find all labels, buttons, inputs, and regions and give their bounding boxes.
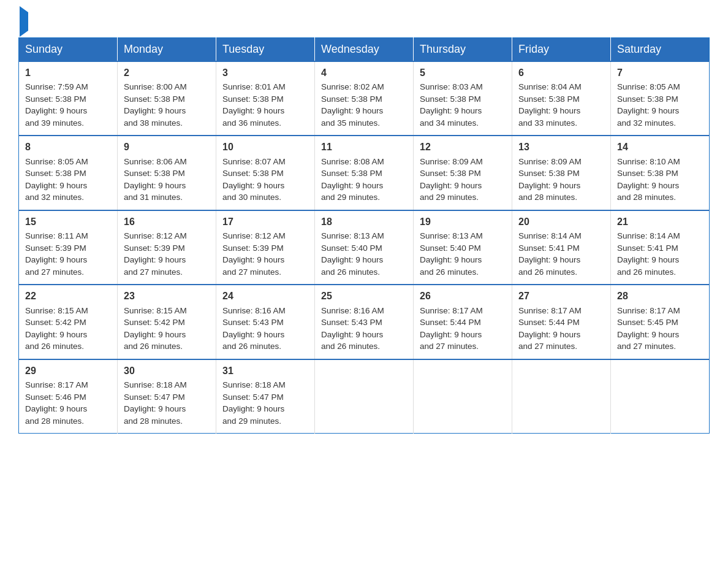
- calendar-day-cell: 28Sunrise: 8:17 AMSunset: 5:45 PMDayligh…: [611, 285, 710, 359]
- day-number: 16: [124, 215, 210, 229]
- day-info: Sunrise: 8:15 AMSunset: 5:42 PMDaylight:…: [124, 306, 187, 351]
- day-info: Sunrise: 8:06 AMSunset: 5:38 PMDaylight:…: [124, 157, 187, 202]
- calendar-day-cell: 21Sunrise: 8:14 AMSunset: 5:41 PMDayligh…: [611, 210, 710, 285]
- day-number: 2: [124, 66, 210, 80]
- calendar-day-cell: 3Sunrise: 8:01 AMSunset: 5:38 PMDaylight…: [216, 61, 315, 136]
- calendar-day-cell: 19Sunrise: 8:13 AMSunset: 5:40 PMDayligh…: [414, 210, 512, 285]
- day-number: 28: [617, 289, 703, 303]
- day-number: 30: [124, 364, 210, 378]
- calendar-day-cell: 30Sunrise: 8:18 AMSunset: 5:47 PMDayligh…: [118, 359, 216, 434]
- day-info: Sunrise: 8:07 AMSunset: 5:38 PMDaylight:…: [222, 157, 286, 202]
- weekday-header-wednesday: Wednesday: [315, 38, 414, 62]
- day-info: Sunrise: 8:16 AMSunset: 5:43 PMDaylight:…: [222, 306, 286, 351]
- day-info: Sunrise: 8:00 AMSunset: 5:38 PMDaylight:…: [124, 82, 187, 128]
- day-number: 29: [25, 364, 111, 378]
- day-info: Sunrise: 8:17 AMSunset: 5:45 PMDaylight:…: [617, 306, 680, 351]
- weekday-header-tuesday: Tuesday: [216, 38, 315, 62]
- calendar-day-cell: 29Sunrise: 8:17 AMSunset: 5:46 PMDayligh…: [19, 359, 118, 434]
- day-number: 15: [25, 215, 111, 229]
- logo-area: [18, 12, 28, 31]
- day-number: 31: [222, 364, 308, 378]
- day-info: Sunrise: 8:05 AMSunset: 5:38 PMDaylight:…: [617, 82, 680, 128]
- calendar-day-cell: 27Sunrise: 8:17 AMSunset: 5:44 PMDayligh…: [512, 285, 611, 359]
- page-header: [18, 12, 710, 31]
- day-number: 8: [25, 140, 111, 154]
- day-number: 18: [321, 215, 407, 229]
- calendar-day-cell: 12Sunrise: 8:09 AMSunset: 5:38 PMDayligh…: [414, 136, 512, 210]
- logo: [18, 12, 28, 31]
- calendar-day-cell: 9Sunrise: 8:06 AMSunset: 5:38 PMDaylight…: [118, 136, 216, 210]
- calendar-day-cell: 5Sunrise: 8:03 AMSunset: 5:38 PMDaylight…: [414, 61, 512, 136]
- calendar-day-cell: 1Sunrise: 7:59 AMSunset: 5:38 PMDaylight…: [19, 61, 118, 136]
- calendar-day-cell: 13Sunrise: 8:09 AMSunset: 5:38 PMDayligh…: [512, 136, 611, 210]
- day-info: Sunrise: 8:13 AMSunset: 5:40 PMDaylight:…: [420, 231, 483, 277]
- day-info: Sunrise: 8:12 AMSunset: 5:39 PMDaylight:…: [124, 231, 187, 277]
- day-number: 3: [222, 66, 308, 80]
- calendar-week-row: 8Sunrise: 8:05 AMSunset: 5:38 PMDaylight…: [19, 136, 710, 210]
- day-number: 19: [420, 215, 506, 229]
- day-info: Sunrise: 8:14 AMSunset: 5:41 PMDaylight:…: [518, 231, 582, 277]
- calendar-day-cell: 11Sunrise: 8:08 AMSunset: 5:38 PMDayligh…: [315, 136, 414, 210]
- calendar-table: SundayMondayTuesdayWednesdayThursdayFrid…: [18, 37, 710, 434]
- day-info: Sunrise: 8:03 AMSunset: 5:38 PMDaylight:…: [420, 82, 483, 128]
- day-info: Sunrise: 8:01 AMSunset: 5:38 PMDaylight:…: [222, 82, 286, 128]
- day-info: Sunrise: 8:14 AMSunset: 5:41 PMDaylight:…: [617, 231, 680, 277]
- day-info: Sunrise: 8:11 AMSunset: 5:39 PMDaylight:…: [25, 231, 88, 277]
- day-info: Sunrise: 8:09 AMSunset: 5:38 PMDaylight:…: [518, 157, 582, 202]
- day-info: Sunrise: 8:18 AMSunset: 5:47 PMDaylight:…: [222, 380, 286, 426]
- calendar-week-row: 15Sunrise: 8:11 AMSunset: 5:39 PMDayligh…: [19, 210, 710, 285]
- calendar-day-cell: 6Sunrise: 8:04 AMSunset: 5:38 PMDaylight…: [512, 61, 611, 136]
- weekday-header-friday: Friday: [512, 38, 611, 62]
- day-info: Sunrise: 8:13 AMSunset: 5:40 PMDaylight:…: [321, 231, 384, 277]
- day-number: 12: [420, 140, 506, 154]
- calendar-day-cell: [315, 359, 414, 434]
- day-number: 20: [518, 215, 604, 229]
- day-number: 25: [321, 289, 407, 303]
- calendar-day-cell: 31Sunrise: 8:18 AMSunset: 5:47 PMDayligh…: [216, 359, 315, 434]
- weekday-header-thursday: Thursday: [414, 38, 512, 62]
- weekday-header-saturday: Saturday: [611, 38, 710, 62]
- calendar-week-row: 1Sunrise: 7:59 AMSunset: 5:38 PMDaylight…: [19, 61, 710, 136]
- day-info: Sunrise: 8:17 AMSunset: 5:44 PMDaylight:…: [518, 306, 582, 351]
- day-number: 22: [25, 289, 111, 303]
- calendar-day-cell: [512, 359, 611, 434]
- day-number: 10: [222, 140, 308, 154]
- calendar-day-cell: 25Sunrise: 8:16 AMSunset: 5:43 PMDayligh…: [315, 285, 414, 359]
- day-number: 11: [321, 140, 407, 154]
- day-info: Sunrise: 8:17 AMSunset: 5:44 PMDaylight:…: [420, 306, 483, 351]
- day-number: 27: [518, 289, 604, 303]
- calendar-day-cell: 16Sunrise: 8:12 AMSunset: 5:39 PMDayligh…: [118, 210, 216, 285]
- weekday-header-monday: Monday: [118, 38, 216, 62]
- calendar-day-cell: 8Sunrise: 8:05 AMSunset: 5:38 PMDaylight…: [19, 136, 118, 210]
- day-info: Sunrise: 8:17 AMSunset: 5:46 PMDaylight:…: [25, 380, 88, 426]
- weekday-header-row: SundayMondayTuesdayWednesdayThursdayFrid…: [19, 38, 710, 62]
- weekday-header-sunday: Sunday: [19, 38, 118, 62]
- day-number: 9: [124, 140, 210, 154]
- calendar-week-row: 22Sunrise: 8:15 AMSunset: 5:42 PMDayligh…: [19, 285, 710, 359]
- calendar-day-cell: 24Sunrise: 8:16 AMSunset: 5:43 PMDayligh…: [216, 285, 315, 359]
- day-number: 5: [420, 66, 506, 80]
- day-info: Sunrise: 8:16 AMSunset: 5:43 PMDaylight:…: [321, 306, 384, 351]
- day-number: 14: [617, 140, 703, 154]
- calendar-day-cell: 18Sunrise: 8:13 AMSunset: 5:40 PMDayligh…: [315, 210, 414, 285]
- calendar-day-cell: 14Sunrise: 8:10 AMSunset: 5:38 PMDayligh…: [611, 136, 710, 210]
- day-info: Sunrise: 8:15 AMSunset: 5:42 PMDaylight:…: [25, 306, 88, 351]
- calendar-day-cell: 20Sunrise: 8:14 AMSunset: 5:41 PMDayligh…: [512, 210, 611, 285]
- calendar-day-cell: 10Sunrise: 8:07 AMSunset: 5:38 PMDayligh…: [216, 136, 315, 210]
- calendar-day-cell: 7Sunrise: 8:05 AMSunset: 5:38 PMDaylight…: [611, 61, 710, 136]
- day-info: Sunrise: 8:08 AMSunset: 5:38 PMDaylight:…: [321, 157, 384, 202]
- logo-blue-text: [18, 12, 28, 31]
- calendar-week-row: 29Sunrise: 8:17 AMSunset: 5:46 PMDayligh…: [19, 359, 710, 434]
- day-number: 24: [222, 289, 308, 303]
- calendar-day-cell: 22Sunrise: 8:15 AMSunset: 5:42 PMDayligh…: [19, 285, 118, 359]
- day-number: 7: [617, 66, 703, 80]
- calendar-day-cell: 23Sunrise: 8:15 AMSunset: 5:42 PMDayligh…: [118, 285, 216, 359]
- day-info: Sunrise: 8:09 AMSunset: 5:38 PMDaylight:…: [420, 157, 483, 202]
- day-info: Sunrise: 8:02 AMSunset: 5:38 PMDaylight:…: [321, 82, 384, 128]
- calendar-day-cell: [611, 359, 710, 434]
- day-number: 23: [124, 289, 210, 303]
- day-number: 26: [420, 289, 506, 303]
- day-info: Sunrise: 7:59 AMSunset: 5:38 PMDaylight:…: [25, 82, 88, 128]
- day-number: 13: [518, 140, 604, 154]
- calendar-day-cell: [414, 359, 512, 434]
